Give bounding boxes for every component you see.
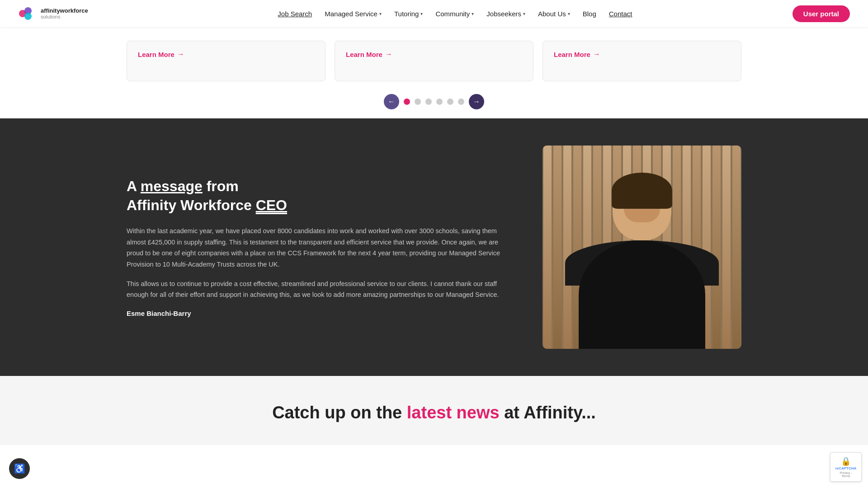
carousel-dot-6[interactable] bbox=[458, 99, 464, 105]
ceo-author-name: Esme Bianchi-Barry bbox=[127, 310, 506, 317]
recaptcha-badge: 🔒 reCAPTCHA Privacy - Terms bbox=[830, 452, 862, 482]
recaptcha-sub: Privacy - Terms bbox=[835, 471, 857, 478]
ceo-paragraph-1: Within the last academic year, we have p… bbox=[127, 225, 506, 270]
ceo-paragraph-2: This allows us to continue to provide a … bbox=[127, 278, 506, 300]
carousel-controls: ← → bbox=[0, 81, 868, 118]
ceo-text-block: A message from Affinity Workforce CEO Wi… bbox=[127, 177, 506, 317]
learn-more-link-3[interactable]: Learn More → bbox=[554, 50, 600, 58]
recaptcha-label: reCAPTCHA bbox=[835, 466, 857, 470]
arrow-icon-2: → bbox=[385, 50, 392, 58]
carousel-dot-2[interactable] bbox=[415, 99, 421, 105]
logo-icon bbox=[18, 5, 36, 23]
logo-area[interactable]: affinityworkforce solutions bbox=[18, 5, 118, 23]
ceo-heading-highlight: message bbox=[141, 178, 203, 194]
carousel-dot-4[interactable] bbox=[436, 99, 443, 105]
carousel-dot-1[interactable] bbox=[404, 99, 410, 105]
nav-tutoring[interactable]: Tutoring ▾ bbox=[394, 10, 423, 18]
carousel-dot-5[interactable] bbox=[447, 99, 453, 105]
nav-managed-service[interactable]: Managed Service ▾ bbox=[325, 10, 382, 18]
arrow-icon-1: → bbox=[177, 50, 184, 58]
accessibility-button[interactable]: ♿ bbox=[9, 458, 30, 479]
user-portal-button[interactable]: User portal bbox=[793, 5, 850, 22]
about-us-chevron-icon: ▾ bbox=[568, 11, 570, 16]
carousel-next-button[interactable]: → bbox=[469, 94, 484, 109]
news-section: Catch up on the latest news at Affinity.… bbox=[0, 376, 868, 445]
footer-widgets: ♿ bbox=[9, 458, 30, 479]
arrow-icon-3: → bbox=[593, 50, 600, 58]
carousel-prev-button[interactable]: ← bbox=[384, 94, 399, 109]
tutoring-chevron-icon: ▾ bbox=[420, 11, 423, 16]
nav-about-us[interactable]: About Us ▾ bbox=[538, 10, 570, 18]
jobseekers-chevron-icon: ▾ bbox=[523, 11, 525, 16]
news-heading-highlight: latest news bbox=[407, 403, 500, 422]
card-3: Learn More → bbox=[542, 41, 741, 81]
nav-blog[interactable]: Blog bbox=[583, 10, 596, 18]
managed-service-chevron-icon: ▾ bbox=[379, 11, 382, 16]
news-heading: Catch up on the latest news at Affinity.… bbox=[0, 403, 868, 422]
cards-section: Learn More → Learn More → Learn More → bbox=[0, 27, 868, 81]
card-1: Learn More → bbox=[127, 41, 326, 81]
logo-text-line1: affinityworkforce bbox=[41, 7, 88, 14]
navbar: affinityworkforce solutions Job Search M… bbox=[0, 0, 868, 27]
carousel-dot-3[interactable] bbox=[425, 99, 432, 105]
nav-job-search[interactable]: Job Search bbox=[278, 10, 312, 18]
ceo-image bbox=[542, 145, 741, 349]
community-chevron-icon: ▾ bbox=[472, 11, 474, 16]
ceo-heading: A message from Affinity Workforce CEO bbox=[127, 177, 506, 215]
svg-point-2 bbox=[24, 13, 32, 20]
ceo-heading-ceo: CEO bbox=[256, 197, 287, 213]
learn-more-link-1[interactable]: Learn More → bbox=[138, 50, 184, 58]
logo-text-line2: solutions bbox=[41, 14, 88, 20]
ceo-section: A message from Affinity Workforce CEO Wi… bbox=[0, 118, 868, 376]
learn-more-link-2[interactable]: Learn More → bbox=[346, 50, 392, 58]
nav-community[interactable]: Community ▾ bbox=[435, 10, 474, 18]
nav-links: Job Search Managed Service ▾ Tutoring ▾ … bbox=[118, 10, 793, 18]
recaptcha-icon: 🔒 bbox=[835, 456, 857, 466]
nav-jobseekers[interactable]: Jobseekers ▾ bbox=[486, 10, 525, 18]
nav-contact[interactable]: Contact bbox=[609, 10, 632, 18]
card-2: Learn More → bbox=[335, 41, 533, 81]
